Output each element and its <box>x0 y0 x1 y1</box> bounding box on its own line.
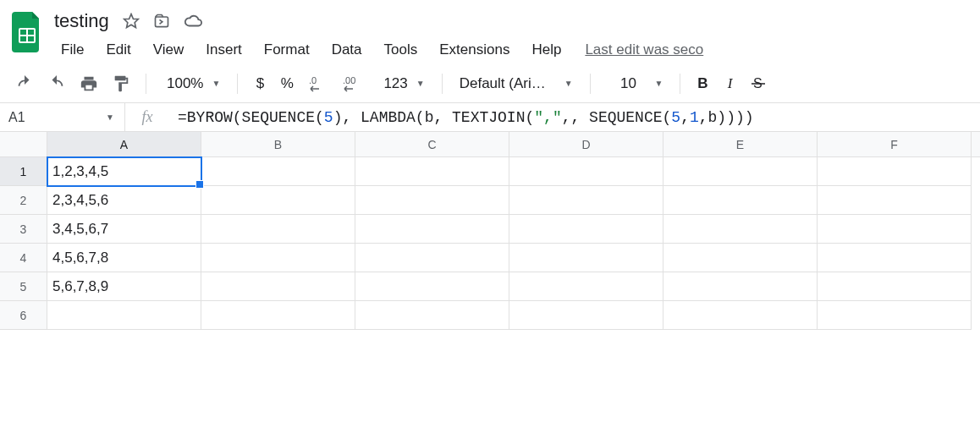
cell[interactable]: 3,4,5,6,7 <box>47 215 201 244</box>
menu-format[interactable]: Format <box>254 38 320 62</box>
column-header[interactable]: C <box>355 132 509 156</box>
cell[interactable] <box>509 186 663 215</box>
redo-button[interactable] <box>42 71 71 96</box>
cell[interactable] <box>663 157 818 186</box>
formula-input[interactable]: =BYROW(SEQUENCE(5), LAMBDA(b, TEXTJOIN("… <box>169 103 980 131</box>
move-icon[interactable] <box>153 13 170 30</box>
cell[interactable] <box>201 215 355 244</box>
table-row: 3 3,4,5,6,7 <box>0 215 980 244</box>
menu-file[interactable]: File <box>51 38 94 62</box>
toolbar-separator <box>237 74 238 94</box>
last-edit-link[interactable]: Last edit was seco <box>585 41 703 58</box>
sheets-logo[interactable] <box>10 7 44 52</box>
cell[interactable] <box>355 272 509 301</box>
table-row: 1 1,2,3,4,5 <box>0 157 980 186</box>
zoom-dropdown[interactable]: 100% ▼ <box>157 75 227 92</box>
cell[interactable] <box>509 157 663 186</box>
cell[interactable] <box>201 157 355 186</box>
formula-bar: A1 ▼ fx =BYROW(SEQUENCE(5), LAMBDA(b, TE… <box>0 103 980 132</box>
toolbar-separator <box>146 74 146 94</box>
cell[interactable] <box>818 157 972 186</box>
cell[interactable] <box>509 244 663 272</box>
formula-part: ), LAMBDA(b, TEXTJOIN( <box>333 109 535 126</box>
cell[interactable] <box>355 244 509 272</box>
menu-insert[interactable]: Insert <box>195 38 252 62</box>
cell[interactable] <box>509 272 663 301</box>
paint-format-button[interactable] <box>107 71 135 96</box>
column-header[interactable]: F <box>818 132 972 156</box>
font-family-dropdown[interactable]: Default (Ari… ▼ <box>453 75 580 92</box>
cell[interactable] <box>355 301 509 330</box>
percent-button[interactable]: % <box>275 71 299 96</box>
row-header[interactable]: 2 <box>0 186 47 215</box>
cell[interactable] <box>47 301 201 330</box>
italic-button[interactable]: I <box>718 71 741 96</box>
title-area: testing File Edit View Insert Format Dat… <box>51 7 980 64</box>
print-button[interactable] <box>74 71 103 96</box>
cell[interactable] <box>663 215 818 244</box>
column-header[interactable]: A <box>47 132 201 156</box>
cell[interactable] <box>663 301 818 330</box>
cell[interactable] <box>509 301 663 330</box>
decrease-decimal-button[interactable]: .0 <box>302 71 333 96</box>
cell[interactable]: 4,5,6,7,8 <box>47 244 201 272</box>
font-family-value: Default (Ari… <box>460 75 559 92</box>
cell[interactable] <box>663 272 818 301</box>
cell[interactable] <box>818 244 972 272</box>
star-icon[interactable] <box>123 13 140 30</box>
increase-decimal-button[interactable]: .00 <box>336 71 370 96</box>
cell[interactable] <box>663 244 818 272</box>
cell[interactable] <box>818 186 972 215</box>
column-header[interactable]: D <box>509 132 663 156</box>
undo-button[interactable] <box>10 71 39 96</box>
column-header[interactable]: E <box>663 132 818 156</box>
row-header[interactable]: 1 <box>0 157 47 186</box>
cell[interactable]: 1,2,3,4,5 <box>47 157 201 186</box>
table-row: 5 5,6,7,8,9 <box>0 272 980 301</box>
currency-button[interactable]: $ <box>248 71 272 96</box>
strikethrough-button[interactable]: S <box>745 71 772 96</box>
formula-number: 5 <box>324 109 333 126</box>
font-size-dropdown[interactable]: 10 ▼ <box>601 75 670 92</box>
row-header[interactable]: 6 <box>0 301 47 330</box>
formula-part: , <box>680 109 690 126</box>
cell[interactable] <box>201 301 355 330</box>
zoom-value: 100% <box>163 75 206 92</box>
menu-data[interactable]: Data <box>322 38 372 62</box>
row-header[interactable]: 4 <box>0 244 47 272</box>
cell[interactable]: 5,6,7,8,9 <box>47 272 201 301</box>
cell[interactable] <box>201 272 355 301</box>
cell[interactable] <box>509 215 663 244</box>
cell[interactable] <box>355 215 509 244</box>
cell[interactable]: 2,3,4,5,6 <box>47 186 201 215</box>
title-row: testing <box>51 7 980 36</box>
name-box[interactable]: A1 ▼ <box>0 103 125 131</box>
select-all-corner[interactable] <box>0 132 47 156</box>
more-formats-label: 123 <box>380 75 410 92</box>
menu-edit[interactable]: Edit <box>96 38 140 62</box>
cloud-icon[interactable] <box>184 13 202 30</box>
formula-part: ,b)))) <box>699 109 754 126</box>
cell[interactable] <box>818 272 972 301</box>
table-row: 4 4,5,6,7,8 <box>0 244 980 272</box>
cell[interactable] <box>818 301 972 330</box>
chevron-down-icon: ▼ <box>106 112 114 122</box>
chevron-down-icon: ▼ <box>655 79 663 88</box>
cell[interactable] <box>355 157 509 186</box>
doc-title[interactable]: testing <box>51 8 113 34</box>
bold-button[interactable]: B <box>691 71 714 96</box>
cell[interactable] <box>201 186 355 215</box>
cell[interactable] <box>355 186 509 215</box>
title-icons <box>123 13 202 30</box>
menu-help[interactable]: Help <box>521 38 571 62</box>
cell[interactable] <box>663 186 818 215</box>
menu-tools[interactable]: Tools <box>374 38 428 62</box>
cell[interactable] <box>201 244 355 272</box>
row-header[interactable]: 3 <box>0 215 47 244</box>
menu-extensions[interactable]: Extensions <box>429 38 520 62</box>
cell[interactable] <box>818 215 972 244</box>
menu-view[interactable]: View <box>143 38 195 62</box>
row-header[interactable]: 5 <box>0 272 47 301</box>
more-formats-dropdown[interactable]: 123 ▼ <box>373 75 431 92</box>
column-header[interactable]: B <box>201 132 355 156</box>
